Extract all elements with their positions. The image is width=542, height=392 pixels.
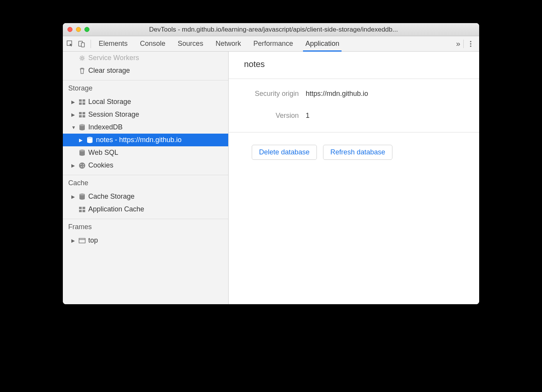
tab-network[interactable]: Network (215, 37, 242, 51)
svg-point-3 (470, 41, 471, 42)
svg-rect-30 (79, 210, 82, 212)
tab-elements[interactable]: Elements (98, 37, 128, 51)
cookie-icon (78, 162, 86, 169)
tab-application[interactable]: Application (305, 37, 340, 51)
devtools-window: DevTools - mdn.github.io/learning-area/j… (63, 23, 479, 304)
database-details: Security origin https://mdn.github.io Ve… (229, 79, 479, 132)
chevron-right-icon: ▶ (71, 99, 76, 105)
detail-label: Version (244, 112, 306, 120)
sidebar-item-indexeddb[interactable]: ▼ IndexedDB (63, 121, 228, 134)
database-icon (78, 149, 86, 157)
detail-row-security-origin: Security origin https://mdn.github.io (244, 90, 464, 98)
sidebar-item-notes-db[interactable]: ▶ notes - https://mdn.github.io (63, 134, 228, 146)
sidebar-section-frames: Frames (63, 219, 228, 234)
chevron-right-icon: ▶ (79, 137, 84, 143)
sidebar-item-label: Local Storage (88, 98, 131, 106)
tabs-overflow-icon[interactable]: » (453, 39, 463, 48)
gear-icon (78, 54, 86, 62)
sidebar-item-top-frame[interactable]: ▶ top (63, 234, 228, 247)
sidebar-item-label: top (88, 236, 98, 245)
svg-rect-31 (82, 210, 85, 212)
svg-point-4 (470, 43, 471, 45)
svg-rect-10 (82, 102, 85, 105)
content-area: ▶ Service Workers ▶ Clear storage Storag… (63, 52, 479, 304)
sidebar-item-label: Session Storage (88, 111, 139, 119)
sidebar-item-label: notes - https://mdn.github.io (96, 136, 182, 144)
application-sidebar: ▶ Service Workers ▶ Clear storage Storag… (63, 52, 229, 304)
sidebar-item-label: Application Cache (88, 205, 144, 213)
database-actions: Delete database Refresh database (229, 132, 479, 172)
svg-point-22 (81, 164, 82, 165)
refresh-database-button[interactable]: Refresh database (323, 145, 392, 160)
device-toggle-icon[interactable] (78, 40, 85, 47)
delete-database-button[interactable]: Delete database (252, 145, 317, 160)
titlebar[interactable]: DevTools - mdn.github.io/learning-area/j… (63, 23, 479, 36)
svg-rect-29 (82, 207, 85, 209)
sidebar-item-label: Clear storage (88, 67, 130, 75)
close-icon[interactable] (67, 27, 72, 32)
frame-icon (78, 237, 86, 245)
sidebar-item-cache-storage[interactable]: ▶ Cache Storage (63, 190, 228, 203)
svg-point-25 (83, 166, 84, 167)
tab-sources[interactable]: Sources (177, 37, 204, 51)
database-icon (86, 136, 94, 144)
database-icon (78, 124, 86, 131)
svg-rect-28 (79, 207, 82, 209)
svg-point-24 (81, 166, 82, 167)
svg-point-23 (83, 164, 84, 165)
sidebar-item-label: Service Workers (88, 54, 139, 62)
sidebar-item-clear-storage[interactable]: ▶ Clear storage (63, 64, 228, 77)
svg-rect-32 (79, 238, 85, 243)
chevron-right-icon: ▶ (71, 194, 76, 199)
svg-rect-12 (82, 112, 85, 114)
chevron-right-icon: ▶ (71, 163, 76, 168)
svg-rect-8 (82, 99, 85, 102)
devtools-tabs: Elements Console Sources Network Perform… (94, 37, 453, 51)
sidebar-item-service-workers[interactable]: ▶ Service Workers (63, 52, 228, 64)
sidebar-item-session-storage[interactable]: ▶ Session Storage (63, 108, 228, 121)
chevron-down-icon: ▼ (71, 125, 76, 130)
svg-point-20 (79, 149, 85, 151)
svg-point-16 (79, 124, 85, 126)
sidebar-item-cookies[interactable]: ▶ Cookies (63, 159, 228, 172)
svg-point-21 (79, 162, 85, 169)
svg-rect-7 (79, 99, 82, 102)
detail-value: 1 (306, 112, 310, 120)
svg-point-6 (81, 57, 83, 59)
main-panel: notes Security origin https://mdn.github… (229, 52, 479, 304)
grid-icon (78, 206, 86, 213)
detail-label: Security origin (244, 90, 306, 98)
sidebar-item-label: Web SQL (88, 149, 118, 157)
minimize-icon[interactable] (76, 27, 81, 32)
database-icon (78, 193, 86, 201)
inspect-element-icon[interactable] (67, 40, 74, 47)
traffic-lights (67, 27, 89, 32)
grid-icon (78, 111, 86, 119)
sidebar-item-web-sql[interactable]: ▶ Web SQL (63, 146, 228, 159)
sidebar-item-application-cache[interactable]: ▶ Application Cache (63, 203, 228, 216)
svg-point-5 (470, 45, 471, 47)
window-title: DevTools - mdn.github.io/learning-area/j… (96, 26, 475, 34)
chevron-right-icon: ▶ (71, 112, 76, 117)
kebab-menu-icon[interactable] (463, 40, 475, 48)
svg-rect-9 (79, 102, 82, 105)
svg-rect-11 (79, 112, 82, 114)
svg-point-27 (79, 193, 85, 195)
sidebar-item-label: Cache Storage (88, 193, 135, 201)
sidebar-item-label: IndexedDB (88, 123, 123, 131)
svg-point-18 (87, 137, 93, 139)
toolbar-icons (67, 40, 91, 48)
trash-icon (78, 67, 86, 75)
detail-value: https://mdn.github.io (306, 90, 368, 98)
maximize-icon[interactable] (84, 27, 89, 32)
tab-console[interactable]: Console (139, 37, 166, 51)
sidebar-section-cache: Cache (63, 175, 228, 190)
devtools-toolbar: Elements Console Sources Network Perform… (63, 36, 479, 52)
sidebar-item-label: Cookies (88, 161, 113, 169)
sidebar-section-storage: Storage (63, 80, 228, 95)
chevron-right-icon: ▶ (71, 238, 76, 243)
sidebar-item-local-storage[interactable]: ▶ Local Storage (63, 95, 228, 108)
svg-rect-14 (82, 115, 85, 117)
svg-rect-13 (79, 115, 82, 117)
tab-performance[interactable]: Performance (252, 37, 294, 51)
